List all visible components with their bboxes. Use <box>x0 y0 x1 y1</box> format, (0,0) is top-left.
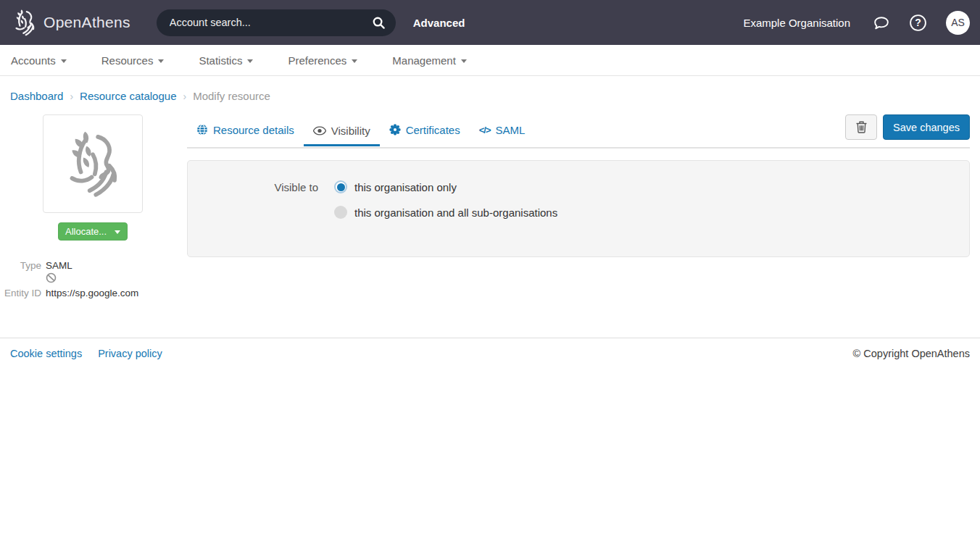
tab-bar: Resource details Visibility <box>187 114 970 149</box>
type-value: SAML <box>46 260 72 271</box>
chevron-down-icon <box>352 59 357 63</box>
main-area: Allocate... Type SAML Entity ID https://… <box>0 114 980 300</box>
account-search <box>157 9 396 36</box>
svg-text:?: ? <box>915 17 921 28</box>
nav-item-statistics[interactable]: Statistics <box>199 54 253 67</box>
entity-id-value: https://sp.google.com <box>46 288 138 298</box>
organisation-name: Example Organisation <box>743 17 850 29</box>
athena-placeholder-icon <box>57 121 129 206</box>
tab-certificates[interactable]: Certificates <box>380 117 470 146</box>
chevron-down-icon <box>158 59 164 63</box>
advanced-search-link[interactable]: Advanced <box>413 17 465 29</box>
trash-icon <box>856 121 867 133</box>
main-nav: Accounts Resources Statistics Preference… <box>0 45 980 76</box>
resource-meta: Type SAML Entity ID https://sp.google.co… <box>0 260 187 298</box>
code-icon: </> <box>479 125 491 135</box>
resource-sidebar: Allocate... Type SAML Entity ID https://… <box>0 114 187 300</box>
radio-selected-icon[interactable] <box>334 180 347 193</box>
breadcrumb-separator: › <box>70 91 73 102</box>
chevron-down-icon <box>61 59 67 63</box>
app-header: OpenAthens Advanced Example Organisation… <box>0 0 980 45</box>
tab-resource-details[interactable]: Resource details <box>187 117 304 146</box>
tab-saml[interactable]: </> SAML <box>470 117 535 146</box>
breadcrumb-current-page: Modify resource <box>193 90 270 102</box>
search-icon[interactable] <box>372 16 386 30</box>
nav-item-management[interactable]: Management <box>392 54 467 67</box>
allocate-button[interactable]: Allocate... <box>58 222 128 241</box>
certificate-icon <box>389 124 401 135</box>
brand-logo: OpenAthens <box>10 7 130 38</box>
type-label: Type <box>0 260 41 271</box>
delete-resource-button[interactable] <box>845 114 877 140</box>
globe-icon <box>196 124 208 135</box>
help-icon[interactable]: ? <box>909 14 927 32</box>
chat-icon[interactable] <box>872 14 890 32</box>
resource-image-placeholder <box>43 114 143 213</box>
radio-unselected-icon[interactable] <box>334 206 347 219</box>
search-input[interactable] <box>170 17 372 28</box>
copyright-text: © Copyright OpenAthens <box>853 348 970 359</box>
visibility-panel: Visible to this organisation only this o… <box>187 160 970 257</box>
privacy-policy-link[interactable]: Privacy policy <box>98 348 162 359</box>
chevron-down-icon <box>247 59 253 63</box>
save-changes-button[interactable]: Save changes <box>883 114 970 140</box>
brand-name: OpenAthens <box>43 14 130 31</box>
radio-this-organisation-only[interactable]: this organisation only <box>334 180 457 193</box>
breadcrumb-resource-catalogue[interactable]: Resource catalogue <box>80 90 176 102</box>
breadcrumb: Dashboard › Resource catalogue › Modify … <box>0 76 980 102</box>
resource-content: Resource details Visibility <box>187 114 970 300</box>
openathens-logo-icon <box>10 7 39 38</box>
prohibited-icon <box>46 272 57 283</box>
chevron-down-icon <box>115 230 120 234</box>
chevron-down-icon <box>461 59 467 63</box>
nav-item-preferences[interactable]: Preferences <box>288 54 357 67</box>
action-toolbar: Save changes <box>845 114 970 147</box>
cookie-settings-link[interactable]: Cookie settings <box>10 348 82 359</box>
user-avatar[interactable]: AS <box>946 11 970 35</box>
entity-id-label: Entity ID <box>0 288 41 298</box>
tab-visibility[interactable]: Visibility <box>304 117 380 146</box>
radio-organisation-and-sub-organisations[interactable]: this organisation and all sub-organisati… <box>334 206 557 219</box>
eye-icon <box>313 126 326 135</box>
visible-to-label: Visible to <box>188 181 318 193</box>
nav-item-accounts[interactable]: Accounts <box>11 54 67 67</box>
nav-item-resources[interactable]: Resources <box>101 54 165 67</box>
page-footer: Cookie settings Privacy policy © Copyrig… <box>0 338 980 359</box>
breadcrumb-dashboard[interactable]: Dashboard <box>10 90 63 102</box>
breadcrumb-separator: › <box>183 91 186 102</box>
